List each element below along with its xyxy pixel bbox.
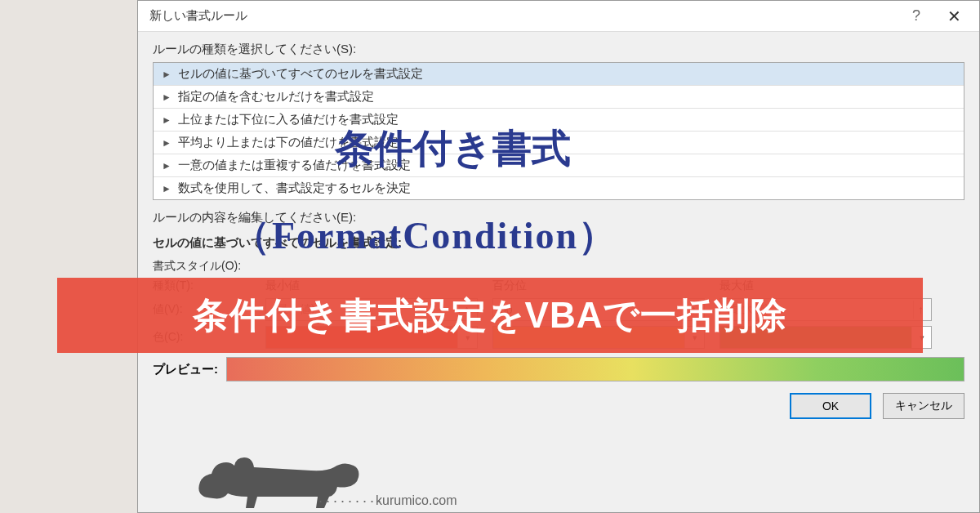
rule-type-item[interactable]: ►上位または下位に入る値だけを書式設定 xyxy=(154,109,964,132)
rule-type-item[interactable]: ►平均より上または下の値だけを書式設定 xyxy=(154,132,964,154)
chevron-right-icon: ► xyxy=(162,69,172,80)
rule-type-item[interactable]: ►セルの値に基づいてすべてのセルを書式設定 xyxy=(154,63,964,86)
rule-type-text: 数式を使用して、書式設定するセルを決定 xyxy=(178,181,411,196)
rule-type-text: 平均より上または下の値だけを書式設定 xyxy=(178,135,399,150)
chevron-right-icon: ► xyxy=(162,91,172,103)
chevron-right-icon: ► xyxy=(162,114,172,126)
dialog-titlebar: 新しい書式ルール ? ✕ xyxy=(138,1,979,32)
close-icon[interactable]: ✕ xyxy=(935,7,973,26)
dialog-buttons: OK キャンセル xyxy=(138,381,979,419)
rule-type-item[interactable]: ►指定の値を含むセルだけを書式設定 xyxy=(154,86,964,109)
style-label: 書式スタイル(O): xyxy=(153,259,251,274)
rule-type-text: 一意の値または重複する値だけを書式設定 xyxy=(178,158,411,173)
preview-gradient xyxy=(226,357,964,381)
edit-rule-content-label: ルールの内容を編集してください(E): xyxy=(153,210,979,225)
select-rule-type-label: ルールの種類を選択してください(S): xyxy=(153,42,979,57)
chevron-right-icon: ► xyxy=(162,160,172,172)
rule-type-list[interactable]: ►セルの値に基づいてすべてのセルを書式設定 ►指定の値を含むセルだけを書式設定 … xyxy=(153,62,964,200)
preview-row: プレビュー: xyxy=(153,357,964,381)
rule-type-text: 上位または下位に入る値だけを書式設定 xyxy=(178,112,399,127)
watermark-text: kurumico.com xyxy=(376,493,457,508)
rule-type-text: 指定の値を含むセルだけを書式設定 xyxy=(178,89,374,105)
new-format-rule-dialog: 新しい書式ルール ? ✕ ルールの種類を選択してください(S): ►セルの値に基… xyxy=(137,0,980,513)
rule-type-item[interactable]: ►数式を使用して、書式設定するセルを決定 xyxy=(154,177,964,199)
headline-banner: 条件付き書式設定をVBAで一括削除 xyxy=(57,278,923,353)
rule-type-item[interactable]: ►一意の値または重複する値だけを書式設定 xyxy=(154,154,964,177)
rule-type-text: セルの値に基づいてすべてのセルを書式設定 xyxy=(178,66,423,82)
edit-rule-header: セルの値に基づいてすべてのセルを書式設定: xyxy=(153,235,964,251)
chevron-right-icon: ► xyxy=(162,183,172,194)
preview-label: プレビュー: xyxy=(153,362,218,377)
ok-button[interactable]: OK xyxy=(790,393,871,419)
chevron-right-icon: ► xyxy=(162,137,172,149)
dialog-title: 新しい書式ルール xyxy=(149,8,898,24)
help-icon[interactable]: ? xyxy=(898,7,935,25)
cancel-button[interactable]: キャンセル xyxy=(883,393,964,419)
dots-decoration: ......... xyxy=(318,489,385,506)
